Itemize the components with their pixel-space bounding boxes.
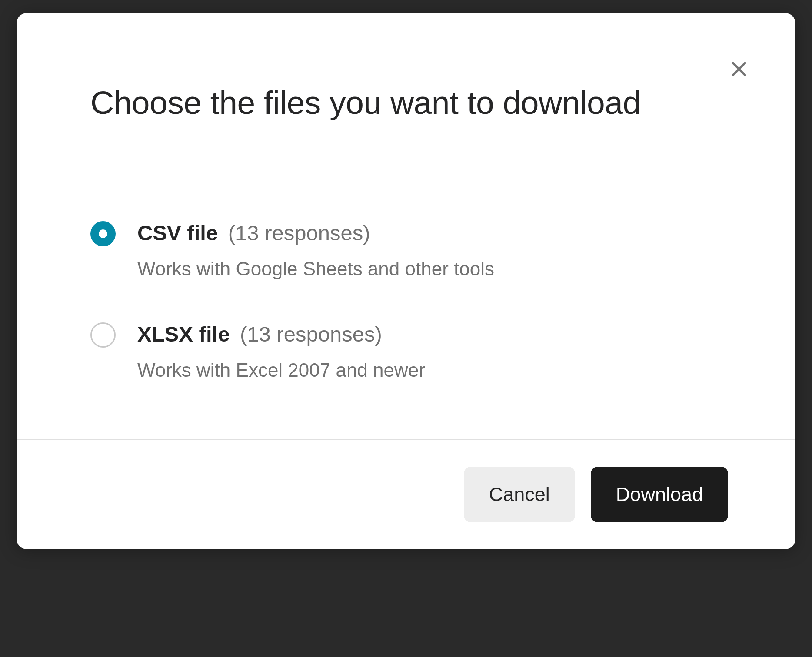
- cancel-button[interactable]: Cancel: [464, 467, 575, 522]
- radio-content-xlsx: XLSX file (13 responses) Works with Exce…: [137, 321, 722, 383]
- radio-label-line: CSV file (13 responses): [137, 219, 722, 247]
- close-icon: [729, 59, 749, 81]
- radio-description-csv: Works with Google Sheets and other tools: [137, 256, 722, 281]
- radio-option-xlsx[interactable]: XLSX file (13 responses) Works with Exce…: [90, 321, 722, 383]
- radio-button-xlsx[interactable]: [90, 322, 116, 348]
- download-modal: Choose the files you want to download CS…: [17, 13, 795, 549]
- modal-body: CSV file (13 responses) Works with Googl…: [17, 167, 795, 439]
- modal-title: Choose the files you want to download: [90, 83, 722, 123]
- modal-header: Choose the files you want to download: [17, 13, 795, 167]
- radio-content-csv: CSV file (13 responses) Works with Googl…: [137, 219, 722, 282]
- radio-meta-csv: (13 responses): [228, 221, 370, 245]
- radio-description-xlsx: Works with Excel 2007 and newer: [137, 358, 722, 382]
- close-button[interactable]: [726, 56, 752, 83]
- download-button[interactable]: Download: [591, 467, 728, 522]
- modal-footer: Cancel Download: [17, 439, 795, 549]
- radio-label-line: XLSX file (13 responses): [137, 321, 722, 348]
- radio-option-csv[interactable]: CSV file (13 responses) Works with Googl…: [90, 219, 722, 282]
- radio-meta-xlsx: (13 responses): [240, 322, 382, 346]
- radio-label-xlsx: XLSX file: [137, 322, 230, 346]
- radio-button-csv[interactable]: [90, 221, 116, 246]
- radio-label-csv: CSV file: [137, 221, 218, 245]
